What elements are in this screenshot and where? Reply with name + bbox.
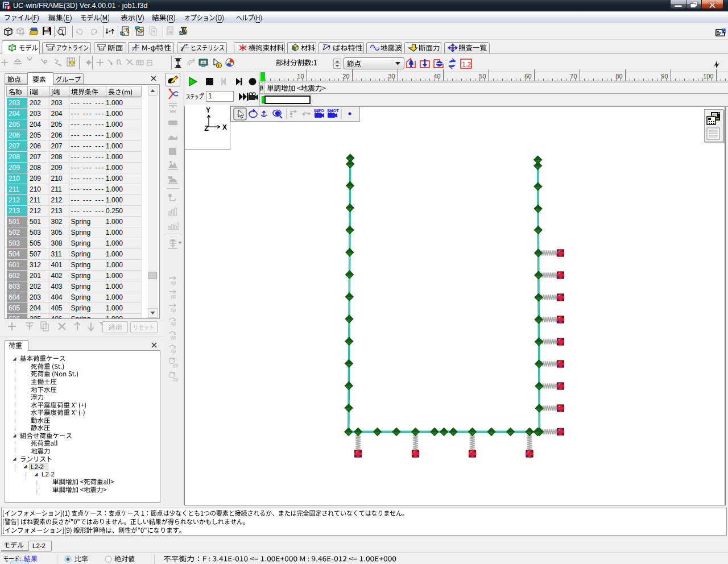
svg-text:yp: yp — [171, 334, 176, 340]
svg-text:zp: zp — [173, 376, 179, 382]
svg-text:yp: yp — [173, 362, 179, 368]
svg-text:zp: zp — [171, 348, 176, 354]
svg-text:1.2: 1.2 — [462, 61, 471, 68]
svg-text:xp: xp — [171, 280, 176, 285]
svg-text:xp: xp — [171, 321, 176, 326]
svg-text:yp: yp — [171, 293, 176, 299]
svg-text:i: i — [218, 63, 220, 68]
svg-text:zp: zp — [171, 307, 176, 313]
